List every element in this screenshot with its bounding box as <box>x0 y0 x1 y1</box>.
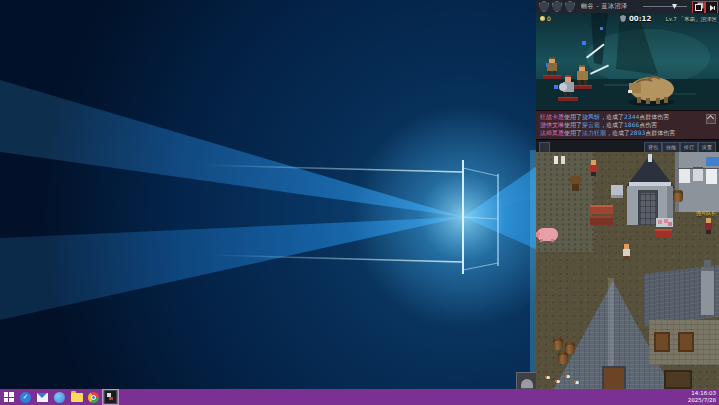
battle-canvas <box>536 13 719 110</box>
zone-label: Lv.7 「寒霜」沼泽区 <box>666 16 717 23</box>
bottle-prop <box>554 156 558 164</box>
pot-prop <box>570 176 581 184</box>
taskbar-app-explorer[interactable] <box>68 389 85 405</box>
coin-icon <box>540 16 545 21</box>
battle-scene[interactable]: 0 00:12 Lv.7 「寒霜」沼泽区 <box>536 13 719 110</box>
chimney-tower <box>701 267 714 315</box>
chicken-sprite <box>546 376 550 379</box>
slider-handle-icon[interactable] <box>672 4 677 9</box>
log-line: 法师莫恩使用了法力狂潮，造成了2893点群体伤害 <box>536 129 719 137</box>
desktop: 幽谷 - 蓝冰沼泽 <box>0 0 719 405</box>
taskbar-app-chrome[interactable] <box>85 389 102 405</box>
battle-log[interactable]: 狂战卡恩使用了旋风斩，造成了2344点群体伤害 游侠艾琳使用了穿云箭，造成了18… <box>536 110 719 139</box>
expand-icon[interactable] <box>706 114 716 124</box>
dormer-door <box>602 366 626 389</box>
coin-count: 0 <box>547 15 551 22</box>
battle-timer: 00:12 <box>629 15 651 23</box>
red-crate <box>655 229 672 237</box>
blue-sign <box>706 157 719 166</box>
hanging-barrel <box>673 190 683 202</box>
mercenary-npc <box>704 218 713 234</box>
chicken-sprite <box>575 381 579 384</box>
bird-browser-icon <box>54 392 65 403</box>
guild-badge-icon <box>552 1 562 12</box>
villager-npc <box>622 244 631 260</box>
game-launcher-icon <box>104 390 117 404</box>
lattice-door <box>640 193 656 225</box>
roof-ridge <box>608 278 614 378</box>
roof-finial <box>648 154 652 162</box>
meat-table <box>590 216 613 225</box>
timer-shield-icon <box>620 15 626 22</box>
taskbar: ✓ 14:16:03 2025/7/28 <box>0 389 719 405</box>
chicken-sprite <box>556 380 560 383</box>
clock-date: 2025/7/28 <box>688 397 716 404</box>
exit-icon <box>710 5 714 11</box>
guild-badge-icon <box>539 1 549 12</box>
laundry-cloth <box>679 169 690 183</box>
taskbar-app-browser[interactable] <box>51 389 68 405</box>
laundry-cloth <box>706 169 717 184</box>
taskbar-app-mail[interactable] <box>34 389 51 405</box>
battle-titlebar[interactable]: 幽谷 - 蓝冰沼泽 <box>536 0 719 14</box>
house-window <box>678 332 694 352</box>
chimney-pot <box>704 260 711 268</box>
popout-icon <box>695 4 702 11</box>
town-window[interactable]: 佣兵队长 <box>536 152 719 389</box>
pig-sprite <box>537 228 558 241</box>
log-line: 游侠艾琳使用了穿云箭，造成了1866点伤害 <box>536 121 719 129</box>
meat-table <box>590 205 613 214</box>
laundry-cloth <box>693 169 703 181</box>
butcher-npc <box>589 160 598 176</box>
clock-time: 14:16:03 <box>688 390 716 397</box>
hanging-cloth <box>611 185 623 198</box>
taskbar-clock[interactable]: 14:16:03 2025/7/28 <box>688 390 719 404</box>
battle-window: 幽谷 - 蓝冰沼泽 <box>536 0 719 152</box>
barrel <box>558 352 568 364</box>
windows-logo-icon <box>4 392 14 402</box>
log-line: 狂战卡恩使用了旋风斩，造成了2344点群体伤害 <box>536 113 719 121</box>
barrel <box>553 338 563 350</box>
battle-title: 幽谷 - 蓝冰沼泽 <box>581 2 627 11</box>
volume-slider[interactable] <box>643 6 687 7</box>
chicken-sprite <box>566 375 570 378</box>
chrome-icon <box>88 392 99 403</box>
house-window <box>654 332 670 352</box>
taskbar-app-tim[interactable]: ✓ <box>17 389 34 405</box>
battle-toolbar: 背包 技能 排行 设置 <box>536 139 719 153</box>
start-button[interactable] <box>0 389 17 405</box>
guild-badge-icon <box>565 1 575 12</box>
bottle-prop <box>561 156 565 164</box>
pot-stand <box>572 184 579 191</box>
tim-icon: ✓ <box>20 392 31 403</box>
mail-icon <box>37 393 48 402</box>
barn-gates <box>664 370 692 389</box>
taskbar-app-game-active[interactable] <box>102 389 119 405</box>
crate <box>656 218 673 227</box>
npc-nametag: 佣兵队长 <box>696 210 716 216</box>
file-explorer-icon <box>71 393 83 402</box>
